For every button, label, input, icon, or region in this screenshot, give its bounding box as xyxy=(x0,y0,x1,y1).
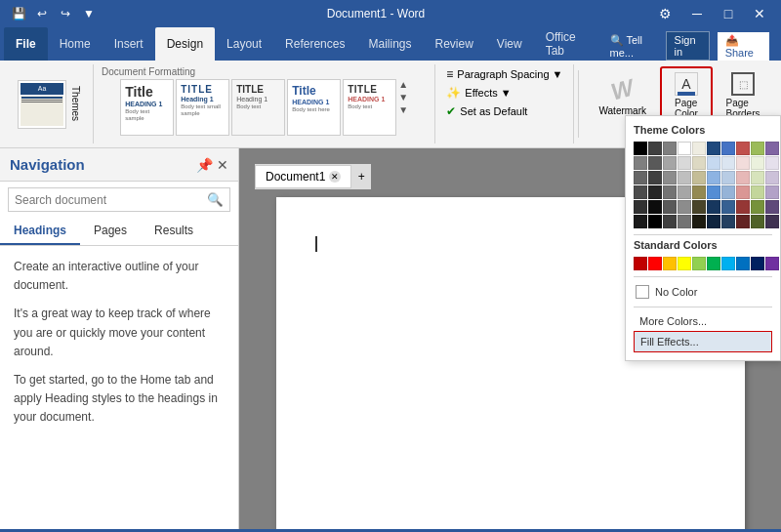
color-blue[interactable] xyxy=(736,257,750,270)
theme-heading3[interactable]: Title HEADING 1 Body text here xyxy=(287,79,341,136)
theme-title[interactable]: Title HEADING 1 Body text sample xyxy=(120,79,174,136)
tab-office-tab[interactable]: Office Tab xyxy=(534,27,602,61)
color-swatch[interactable] xyxy=(678,156,691,170)
color-swatch[interactable] xyxy=(721,185,735,199)
customize-icon[interactable]: ▼ xyxy=(78,3,100,24)
color-swatch[interactable] xyxy=(663,215,677,228)
watermark-button[interactable]: W Watermark xyxy=(591,72,654,120)
new-doc-button[interactable]: + xyxy=(351,164,371,189)
color-swatch[interactable] xyxy=(648,156,662,170)
tab-pages[interactable]: Pages xyxy=(80,218,141,245)
search-button[interactable]: 🔍 xyxy=(201,188,229,211)
settings-icon[interactable]: ⚙ xyxy=(652,0,679,27)
color-swatch[interactable] xyxy=(692,142,706,155)
color-swatch[interactable] xyxy=(707,200,720,214)
color-swatch[interactable] xyxy=(648,142,662,155)
color-swatch[interactable] xyxy=(663,200,677,214)
close-button[interactable]: ✕ xyxy=(746,0,773,27)
color-swatch[interactable] xyxy=(707,156,720,170)
effects-button[interactable]: ✨ Effects ▼ xyxy=(443,85,514,101)
color-swatch[interactable] xyxy=(707,171,720,184)
sign-in-button[interactable]: Sign in xyxy=(666,31,710,61)
color-swatch[interactable] xyxy=(721,156,735,170)
color-swatch[interactable] xyxy=(634,200,647,214)
color-swatch[interactable] xyxy=(663,185,677,199)
color-swatch[interactable] xyxy=(751,142,764,155)
color-swatch[interactable] xyxy=(765,215,779,228)
color-green[interactable] xyxy=(707,257,720,270)
color-swatch[interactable] xyxy=(736,142,750,155)
tab-design[interactable]: Design xyxy=(155,27,215,61)
tell-me-input[interactable]: 🔍 Tell me... xyxy=(610,34,658,59)
tab-file[interactable]: File xyxy=(4,27,48,61)
tab-mailings[interactable]: Mailings xyxy=(356,27,423,61)
color-swatch[interactable] xyxy=(692,215,706,228)
tab-insert[interactable]: Insert xyxy=(103,27,155,61)
color-swatch[interactable] xyxy=(692,156,706,170)
redo-icon[interactable]: ↪ xyxy=(55,3,76,24)
no-color-button[interactable]: No Color xyxy=(634,281,772,303)
tab-results[interactable]: Results xyxy=(141,218,207,245)
color-swatch[interactable] xyxy=(678,142,691,155)
tab-headings[interactable]: Headings xyxy=(0,218,80,245)
color-swatch[interactable] xyxy=(765,200,779,214)
color-purple[interactable] xyxy=(765,257,779,270)
color-swatch[interactable] xyxy=(736,215,750,228)
color-swatch[interactable] xyxy=(736,171,750,184)
nav-close-icon[interactable]: ✕ xyxy=(217,157,228,173)
color-swatch[interactable] xyxy=(634,215,647,228)
nav-pin-icon[interactable]: 📌 xyxy=(196,157,213,173)
share-button[interactable]: 📤 Share xyxy=(718,32,769,61)
color-swatch[interactable] xyxy=(751,156,764,170)
color-swatch[interactable] xyxy=(634,142,647,155)
color-swatch[interactable] xyxy=(751,215,764,228)
color-swatch[interactable] xyxy=(663,171,677,184)
color-dark-red[interactable] xyxy=(634,257,647,270)
tab-references[interactable]: References xyxy=(273,27,356,61)
theme-heading2[interactable]: TITLE Heading 1 Body text xyxy=(231,79,285,136)
tab-home[interactable]: Home xyxy=(48,27,103,61)
tab-view[interactable]: View xyxy=(485,27,534,61)
color-swatch[interactable] xyxy=(707,185,720,199)
tab-layout[interactable]: Layout xyxy=(215,27,273,61)
color-light-blue[interactable] xyxy=(721,257,735,270)
minimize-button[interactable]: ─ xyxy=(683,0,711,27)
color-swatch[interactable] xyxy=(634,156,647,170)
theme-heading1[interactable]: TITLE Heading 1 Body text small sample xyxy=(176,79,229,136)
gallery-scroll[interactable]: ▲ ▼ ▼ xyxy=(398,79,408,115)
color-swatch[interactable] xyxy=(707,215,720,228)
undo-icon[interactable]: ↩ xyxy=(31,3,53,24)
color-swatch[interactable] xyxy=(736,156,750,170)
color-swatch[interactable] xyxy=(765,156,779,170)
themes-button[interactable]: Aa Themes xyxy=(12,76,87,133)
color-swatch[interactable] xyxy=(721,215,735,228)
theme-heading4[interactable]: TITLE HEADING 1 Body text xyxy=(343,79,396,136)
color-swatch[interactable] xyxy=(707,142,720,155)
color-swatch[interactable] xyxy=(751,200,764,214)
color-swatch[interactable] xyxy=(765,171,779,184)
tab-review[interactable]: Review xyxy=(423,27,484,61)
color-swatch[interactable] xyxy=(692,185,706,199)
color-swatch[interactable] xyxy=(736,185,750,199)
search-input[interactable] xyxy=(9,189,201,211)
save-icon[interactable]: 💾 xyxy=(8,3,29,24)
color-swatch[interactable] xyxy=(721,200,735,214)
color-swatch[interactable] xyxy=(648,215,662,228)
doc-tab-close[interactable]: ✕ xyxy=(329,171,341,183)
color-swatch[interactable] xyxy=(648,185,662,199)
color-swatch[interactable] xyxy=(678,185,691,199)
document-tab[interactable]: Document1 ✕ xyxy=(255,165,351,188)
color-swatch[interactable] xyxy=(692,200,706,214)
color-swatch[interactable] xyxy=(765,185,779,199)
color-swatch[interactable] xyxy=(648,200,662,214)
color-swatch[interactable] xyxy=(678,171,691,184)
color-dark-blue[interactable] xyxy=(751,257,764,270)
color-swatch[interactable] xyxy=(678,215,691,228)
color-swatch[interactable] xyxy=(765,142,779,155)
color-swatch[interactable] xyxy=(648,171,662,184)
color-light-green[interactable] xyxy=(692,257,706,270)
color-swatch[interactable] xyxy=(678,200,691,214)
color-swatch[interactable] xyxy=(663,142,677,155)
color-swatch[interactable] xyxy=(663,156,677,170)
maximize-button[interactable]: □ xyxy=(715,0,742,27)
